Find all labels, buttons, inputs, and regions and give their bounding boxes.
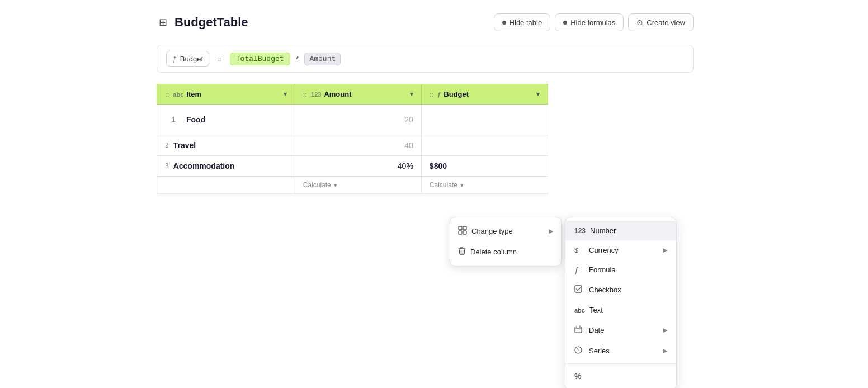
row-num-2: 2 — [165, 141, 169, 149]
create-view-button[interactable]: ⊙ Create view — [628, 13, 694, 31]
svg-rect-4 — [575, 286, 582, 292]
change-type-label: Change type — [471, 227, 513, 235]
hide-table-button[interactable]: Hide table — [494, 13, 551, 31]
amount-value-3: 40% — [398, 162, 413, 171]
col-type-abc-item: abc — [173, 91, 183, 98]
col-dropdown-item[interactable]: ▾ — [284, 91, 287, 98]
type-text-label: Text — [589, 306, 603, 314]
calculate-budget-btn[interactable]: Calculate ▾ — [430, 181, 540, 189]
number-icon: 123 — [574, 227, 586, 235]
cell-budget-2[interactable] — [421, 135, 548, 156]
svg-rect-5 — [575, 327, 582, 333]
type-checkbox[interactable]: Checkbox — [565, 280, 676, 300]
create-view-icon: ⊙ — [636, 18, 643, 27]
formula-token-amount: Amount — [304, 53, 341, 65]
type-date-label: Date — [589, 326, 604, 334]
ctx-delete-column[interactable]: Delete column — [450, 242, 561, 262]
table-row: 2 Travel 40 — [157, 135, 548, 156]
calculate-amount-btn[interactable]: Calculate ▾ — [303, 181, 413, 189]
type-text[interactable]: abc Text — [565, 300, 676, 320]
cell-item-3[interactable]: 3 Accommodation — [157, 156, 295, 177]
calc-cell-amount[interactable]: Calculate ▾ — [295, 177, 421, 194]
cell-item-1[interactable]: 1 Food — [157, 105, 295, 135]
col-type-f-budget: ƒ — [437, 91, 441, 98]
calculate-amount-label: Calculate — [303, 181, 331, 189]
type-date[interactable]: Date ▶ — [565, 320, 676, 340]
col-header-budget[interactable]: :: ƒ Budget ▾ — [421, 84, 548, 105]
table-header: ⊞ BudgetTable Hide table Hide formulas ⊙… — [157, 13, 694, 31]
cell-budget-3[interactable]: $800 — [421, 156, 548, 177]
change-type-icon — [458, 226, 467, 236]
cell-amount-1[interactable]: 20 — [295, 105, 421, 135]
formula-icon: ƒ — [574, 266, 584, 274]
formula-bar: ƒ Budget = TotalBudget * Amount — [157, 45, 694, 73]
svg-rect-0 — [459, 226, 462, 230]
cell-amount-2[interactable]: 40 — [295, 135, 421, 156]
calculate-budget-label: Calculate — [430, 181, 457, 189]
row-item-1: Food — [186, 115, 205, 124]
percent-icon: % — [574, 372, 584, 381]
cell-item-2[interactable]: 2 Travel — [157, 135, 295, 156]
calc-cell-budget[interactable]: Calculate ▾ — [421, 177, 548, 194]
table-title: BudgetTable — [174, 15, 248, 30]
drag-handle-item: :: — [165, 91, 169, 98]
col-dropdown-budget[interactable]: ▾ — [536, 91, 540, 98]
calculate-row: Calculate ▾ Calculate ▾ — [157, 177, 548, 194]
cell-budget-1[interactable] — [421, 105, 548, 135]
hide-formulas-button[interactable]: Hide formulas — [555, 13, 624, 31]
checkbox-icon — [574, 285, 584, 295]
text-icon: abc — [574, 307, 585, 314]
formula-token-total: TotalBudget — [230, 53, 290, 65]
table-row: 1 Food 20 — [157, 105, 548, 135]
row-item-3: Accommodation — [173, 162, 235, 171]
svg-rect-2 — [459, 231, 462, 234]
currency-icon: $ — [574, 246, 584, 254]
cell-amount-3[interactable]: 40% — [295, 156, 421, 177]
type-number-label: Number — [590, 226, 616, 235]
change-type-arrow: ▶ — [549, 228, 553, 235]
series-arrow: ▶ — [663, 347, 667, 354]
hide-formulas-dot — [563, 21, 567, 25]
type-formula-label: Formula — [589, 266, 616, 274]
type-number[interactable]: 123 Number — [565, 221, 676, 240]
ctx-change-type[interactable]: Change type ▶ — [450, 221, 561, 242]
type-submenu: 123 Number $ Currency ▶ ƒ Formula — [565, 217, 677, 388]
hide-formulas-label: Hide formulas — [570, 18, 615, 27]
svg-rect-1 — [463, 226, 466, 230]
type-formula[interactable]: ƒ Formula — [565, 260, 676, 280]
col-dropdown-amount[interactable]: ▾ — [410, 91, 413, 98]
budget-table: :: abc Item ▾ :: 123 Amount ▾ — [157, 84, 548, 194]
col-name-budget: Budget — [444, 90, 469, 98]
col-type-123-amount: 123 — [311, 91, 321, 98]
multiply-sign: * — [296, 54, 299, 64]
submenu-divider — [565, 363, 676, 364]
col-name-item: Item — [186, 90, 201, 98]
amount-value-1: 20 — [404, 115, 413, 124]
row-item-2: Travel — [173, 141, 196, 150]
create-view-label: Create view — [647, 18, 685, 27]
table-grid-icon: ⊞ — [157, 16, 169, 29]
col-header-item[interactable]: :: abc Item ▾ — [157, 84, 295, 105]
row-num-3: 3 — [165, 162, 169, 170]
amount-value-2: 40 — [404, 141, 413, 150]
calculate-budget-arrow: ▾ — [460, 182, 464, 189]
context-menu: Change type ▶ Delete column — [450, 217, 562, 266]
calculate-amount-arrow: ▾ — [334, 182, 337, 189]
col-header-amount[interactable]: :: 123 Amount ▾ — [295, 84, 421, 105]
delete-column-icon — [458, 247, 466, 257]
table-wrapper: :: abc Item ▾ :: 123 Amount ▾ — [157, 84, 694, 194]
series-icon — [574, 346, 584, 356]
row-num-1: 1 — [165, 110, 182, 129]
date-arrow: ▶ — [663, 327, 667, 334]
delete-column-label: Delete column — [470, 248, 517, 256]
formula-field[interactable]: ƒ Budget — [166, 51, 209, 67]
type-series[interactable]: Series ▶ — [565, 340, 676, 361]
col-name-amount: Amount — [324, 90, 351, 98]
date-icon — [574, 325, 584, 335]
calc-cell-item — [157, 177, 295, 194]
drag-handle-budget: :: — [430, 91, 433, 98]
equals-sign: = — [217, 54, 222, 64]
budget-value-3: $800 — [430, 162, 447, 171]
type-percent[interactable]: % — [565, 366, 676, 386]
type-currency[interactable]: $ Currency ▶ — [565, 240, 676, 260]
